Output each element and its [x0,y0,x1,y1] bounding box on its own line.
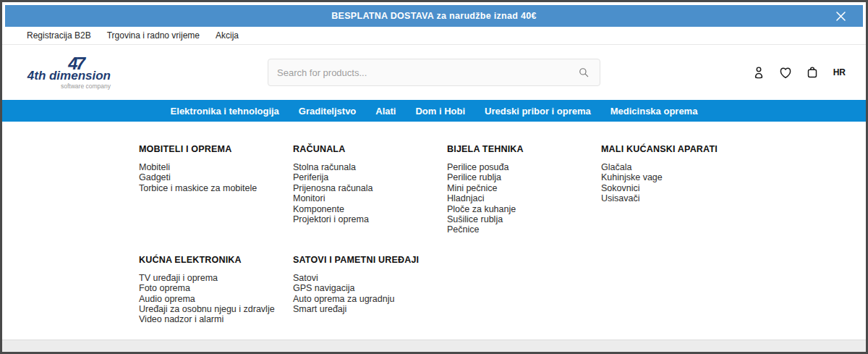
utility-nav: Registracija B2B Trgovina i radno vrijem… [2,27,866,45]
menu-item[interactable]: Monitori [293,193,447,203]
utility-link-trgovina[interactable]: Trgovina i radno vrijeme [107,30,200,41]
heart-icon[interactable] [777,64,794,81]
menu-item[interactable]: Perilice posuđa [447,162,601,172]
nav-item-dom-i-hobi[interactable]: Dom i Hobi [415,106,465,117]
search-input[interactable] [277,67,576,78]
menu-group-title: SATOVI I PAMETNI UREĐAJI [293,255,447,265]
menu-group-mobiteli: MOBITELI I OPREMA Mobiteli Gadgeti Torbi… [139,144,293,235]
mega-menu: MOBITELI I OPREMA Mobiteli Gadgeti Torbi… [2,122,866,340]
menu-item[interactable]: Hladnjaci [447,193,601,203]
menu-item[interactable]: Gadgeti [139,172,293,182]
menu-item[interactable]: Audio oprema [139,294,293,304]
menu-item[interactable]: Glačala [601,162,755,172]
menu-item[interactable]: Mobiteli [139,162,293,172]
menu-group-mali-kucanski: MALI KUĆANSKI APARATI Glačala Kuhinjske … [601,144,755,235]
menu-item[interactable]: Mini pečnice [447,183,601,193]
menu-item[interactable]: Sokovnici [601,183,755,193]
menu-group-racunala: RAČUNALA Stolna računala Periferija Prij… [293,144,447,235]
user-icon[interactable] [750,64,767,81]
menu-item[interactable]: Torbice i maskice za mobitele [139,183,293,193]
search-box [268,59,600,86]
header-icons: HR [750,64,846,81]
menu-item[interactable]: Stolna računala [293,162,447,172]
menu-item[interactable]: Usisavači [601,193,755,203]
menu-item[interactable]: TV uređaji i oprema [139,273,293,283]
language-selector[interactable]: HR [833,67,846,77]
page: BESPLATNA DOSTAVA za narudžbe iznad 40€ … [0,0,868,354]
nav-item-uredski-pribor[interactable]: Uredski pribor i oprema [485,106,591,117]
menu-item[interactable]: Ploče za kuhanje [447,204,601,214]
main-nav: Elektronika i tehnologija Graditeljstvo … [2,100,866,122]
page-background-strip [2,340,866,352]
menu-item[interactable]: Uređaji za osobnu njegu i zdravlje [139,304,293,314]
logo-title: 4th dimension [27,69,111,82]
nav-item-alati[interactable]: Alati [375,106,396,117]
logo-subtitle: software company [61,83,111,90]
menu-item[interactable]: Video nadzor i alarmi [139,314,293,324]
utility-link-akcija[interactable]: Akcija [216,30,239,41]
menu-item[interactable]: Satovi [293,273,447,283]
menu-group-kucna-elektronika: KUĆNA ELEKTRONIKA TV uređaji i oprema Fo… [139,255,293,325]
header: 47 4th dimension software company [2,45,866,100]
menu-group-title: KUĆNA ELEKTRONIKA [139,255,293,265]
menu-group-title: BIJELA TEHNIKA [447,144,601,154]
nav-item-elektronika[interactable]: Elektronika i tehnologija [171,106,279,117]
menu-item[interactable]: GPS navigacija [293,283,447,293]
nav-item-graditeljstvo[interactable]: Graditeljstvo [299,106,356,117]
menu-item[interactable]: Prijenosna računala [293,183,447,193]
promo-banner: BESPLATNA DOSTAVA za narudžbe iznad 40€ [5,5,863,27]
menu-item[interactable]: Kuhinjske vage [601,172,755,182]
menu-group-bijela-tehnika: BIJELA TEHNIKA Perilice posuđa Perilice … [447,144,601,235]
search-icon[interactable] [576,65,591,80]
menu-item[interactable]: Perilice rublja [447,172,601,182]
nav-item-medicinska-oprema[interactable]: Medicinska oprema [610,106,698,117]
bag-icon[interactable] [804,64,821,81]
menu-group-title: RAČUNALA [293,144,447,154]
menu-item[interactable]: Smart uređaji [293,304,447,314]
menu-group-satovi: SATOVI I PAMETNI UREĐAJI Satovi GPS navi… [293,255,447,325]
menu-group-title: MALI KUĆANSKI APARATI [601,144,755,154]
menu-item[interactable]: Auto oprema za ugradnju [293,294,447,304]
menu-group-title: MOBITELI I OPREMA [139,144,293,154]
menu-item[interactable]: Foto oprema [139,283,293,293]
menu-item[interactable]: Projektori i oprema [293,214,447,224]
close-icon[interactable] [834,9,847,22]
menu-item[interactable]: Komponente [293,204,447,214]
logo[interactable]: 47 4th dimension software company [24,55,111,90]
promo-banner-text: BESPLATNA DOSTAVA za narudžbe iznad 40€ [331,11,537,21]
menu-item[interactable]: Sušilice rublja [447,214,601,224]
utility-link-registracija-b2b[interactable]: Registracija B2B [27,30,91,41]
menu-item[interactable]: Periferija [293,172,447,182]
menu-item[interactable]: Pečnice [447,224,601,235]
